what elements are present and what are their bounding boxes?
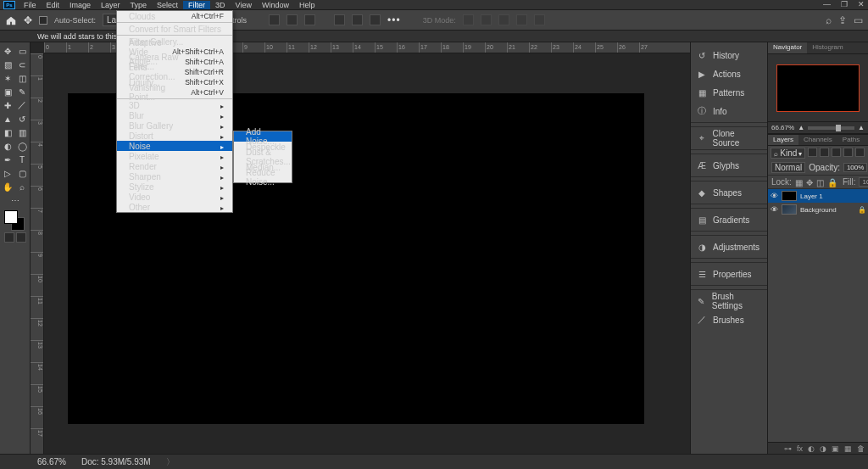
gradient-tool[interactable]: ▥ — [15, 126, 30, 139]
crop-tool[interactable]: ◫ — [15, 71, 30, 85]
menu-edit[interactable]: Edit — [42, 1, 65, 9]
mode3d-icon[interactable] — [516, 14, 527, 25]
blur-tool[interactable]: ◐ — [1, 139, 15, 153]
menu-type[interactable]: Type — [125, 1, 153, 9]
auto-select-checkbox[interactable] — [39, 16, 47, 25]
filter-icon[interactable] — [808, 148, 817, 157]
menu-item-pixelate[interactable]: Pixelate — [117, 151, 232, 161]
more-icon[interactable]: ••• — [387, 14, 401, 26]
menu-item-add-noise[interactable]: Add Noise... — [234, 131, 292, 142]
filter-icon[interactable] — [820, 148, 829, 157]
marquee-tool[interactable]: ▧ — [1, 58, 15, 71]
menu-item-blur-gallery[interactable]: Blur Gallery — [117, 120, 232, 131]
filter-icon[interactable] — [855, 148, 865, 157]
close-button[interactable]: ✕ — [858, 0, 865, 8]
menu-item-lens-correction[interactable]: Lens Correction...Shift+Ctrl+R — [117, 67, 232, 77]
menu-item-vanishing-point[interactable]: Vanishing Point...Alt+Ctrl+V — [117, 87, 232, 98]
menu-item-distort[interactable]: Distort — [117, 131, 232, 141]
panel-patterns[interactable]: ▦Patterns — [691, 83, 767, 102]
tab-paths[interactable]: Paths — [837, 135, 865, 145]
tab-histogram[interactable]: Histogram — [807, 42, 848, 53]
eyedropper-tool[interactable]: ✎ — [15, 85, 30, 98]
link-layers-icon[interactable]: ⊶ — [784, 444, 792, 453]
share-icon[interactable]: ⇪ — [838, 14, 847, 26]
menu-item-blur[interactable]: Blur — [117, 110, 232, 120]
type-tool[interactable]: T — [15, 153, 30, 166]
lock-artboard-icon[interactable]: ◫ — [816, 178, 824, 187]
layer-thumbnail[interactable] — [782, 191, 797, 201]
menu-item-stylize[interactable]: Stylize — [117, 181, 232, 192]
workspace-icon[interactable]: ▭ — [854, 14, 863, 26]
menu-item-reduce-noise[interactable]: Reduce Noise... — [234, 172, 292, 182]
frame-tool[interactable]: ▣ — [1, 85, 15, 98]
fill-field[interactable]: 100% — [859, 177, 868, 187]
menu-item-other[interactable]: Other — [117, 202, 232, 212]
color-swatches[interactable] — [3, 210, 28, 231]
mask-icon[interactable]: ◐ — [808, 444, 815, 453]
lock-all-icon[interactable]: 🔒 — [827, 178, 836, 187]
lock-position-icon[interactable]: ✥ — [806, 178, 813, 187]
brush-tool[interactable]: ／ — [15, 98, 30, 112]
menu-item-noise[interactable]: Noise — [117, 141, 232, 151]
menu-select[interactable]: Select — [152, 1, 183, 9]
distribute-icon[interactable] — [334, 14, 345, 25]
fx-icon[interactable]: fx — [797, 444, 803, 453]
visibility-icon[interactable]: 👁 — [770, 205, 778, 214]
search-icon[interactable]: ⌕ — [826, 14, 832, 26]
panel-clone-source[interactable]: ⌖Clone Source — [691, 129, 767, 148]
new-layer-icon[interactable]: ▦ — [844, 444, 852, 453]
layer-name[interactable]: Layer 1 — [800, 193, 866, 200]
path-tool[interactable]: ▷ — [1, 166, 15, 180]
visibility-icon[interactable]: 👁 — [770, 192, 778, 200]
layer-row[interactable]: 👁Layer 1 — [768, 189, 868, 203]
status-zoom[interactable]: 66.67% — [37, 457, 66, 466]
adjustment-icon[interactable]: ◑ — [820, 444, 826, 453]
wand-tool[interactable]: ✶ — [1, 71, 15, 85]
layer-row[interactable]: 👁Background🔒 — [768, 203, 868, 216]
screen-mode-icons[interactable] — [4, 232, 26, 243]
artboard-tool[interactable]: ▭ — [15, 44, 30, 58]
lasso-tool[interactable]: ⊂ — [15, 58, 30, 71]
filter-icon[interactable] — [832, 148, 841, 157]
pen-tool[interactable]: ✒ — [1, 153, 15, 166]
menu-3d[interactable]: 3D — [210, 1, 231, 9]
status-doc-size[interactable]: Doc: 5.93M/5.93M — [81, 457, 151, 466]
navigator-thumbnail[interactable] — [776, 64, 860, 112]
opacity-field[interactable]: 100% — [843, 163, 867, 172]
delete-icon[interactable]: 🗑 — [857, 444, 865, 453]
mode3d-icon[interactable] — [463, 14, 474, 25]
menu-item-3d[interactable]: 3D — [117, 100, 232, 110]
distribute-icon[interactable] — [370, 14, 381, 25]
blend-mode-dropdown[interactable]: Normal — [771, 162, 805, 173]
panel-actions[interactable]: ▶Actions — [691, 64, 767, 83]
group-icon[interactable]: ▣ — [832, 444, 839, 453]
history-brush-tool[interactable]: ↺ — [15, 112, 30, 126]
menu-item-render[interactable]: Render — [117, 161, 232, 171]
hand-tool[interactable]: ✋ — [1, 180, 15, 193]
zoom-out-icon[interactable]: ▲ — [798, 124, 804, 131]
layer-filter-kind[interactable]: ⌕ Kind ▾ — [771, 148, 805, 159]
menu-filter[interactable]: Filter — [183, 1, 210, 9]
menu-item-video[interactable]: Video — [117, 192, 232, 202]
layer-thumbnail[interactable] — [782, 204, 797, 215]
align-icon[interactable] — [269, 14, 280, 25]
distribute-icon[interactable] — [352, 14, 363, 25]
panel-brush-settings[interactable]: ✎Brush Settings — [691, 292, 767, 310]
status-more-icon[interactable]: 〉 — [166, 456, 175, 468]
panel-info[interactable]: ⓘInfo — [691, 102, 767, 120]
menu-item-sharpen[interactable]: Sharpen — [117, 171, 232, 181]
zoom-slider[interactable] — [808, 126, 854, 130]
filter-icon[interactable] — [843, 148, 853, 157]
panel-brushes[interactable]: ／Brushes — [691, 310, 767, 329]
home-icon[interactable] — [5, 14, 17, 26]
panel-glyphs[interactable]: ÆGlyphs — [691, 156, 767, 175]
menu-help[interactable]: Help — [294, 1, 320, 9]
mode3d-icon[interactable] — [534, 14, 545, 25]
menu-window[interactable]: Window — [257, 1, 294, 9]
maximize-button[interactable]: ❐ — [841, 0, 848, 8]
menu-item-dust-scratches[interactable]: Dust & Scratches... — [234, 152, 292, 162]
dodge-tool[interactable]: ◯ — [15, 139, 30, 153]
panel-shapes[interactable]: ◆Shapes — [691, 183, 767, 202]
panel-adjustments[interactable]: ◑Adjustments — [691, 237, 767, 256]
edit-toolbar[interactable]: ⋯ — [1, 193, 30, 207]
